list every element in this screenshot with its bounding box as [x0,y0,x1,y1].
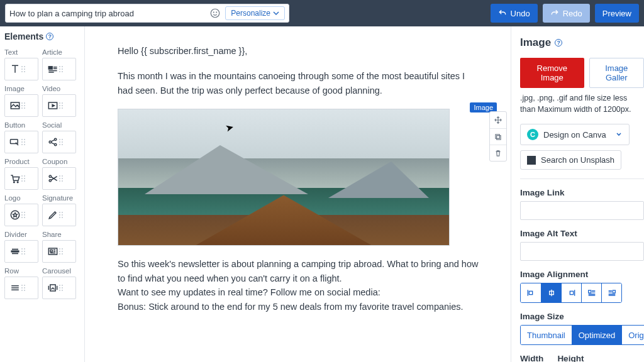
size-original-button[interactable]: Original [621,326,644,344]
image-block[interactable]: Image ➤ [118,109,482,246]
svg-rect-24 [613,290,615,293]
element-social[interactable] [42,131,76,153]
image-gallery-button[interactable]: Image Galler [589,58,644,88]
editor-canvas[interactable]: Hello {{ subscriber.first_name }}, This … [85,26,511,362]
svg-rect-23 [588,290,591,293]
alignment-segment [520,283,622,303]
paragraph-1[interactable]: This month I was in the mountains canoei… [118,69,482,97]
emoji-icon[interactable] [209,7,221,19]
image-toolbar [489,111,507,162]
unsplash-label: Search on Unsplash [541,155,614,165]
video-icon [47,99,59,112]
svg-rect-20 [529,291,532,294]
dimensions-section: Width Height [520,354,644,362]
el-label-divider: Divider [4,231,42,238]
search-unsplash-button[interactable]: Search on Unsplash [520,150,621,170]
align-right-button[interactable] [561,283,581,302]
size-optimized-button[interactable]: Optimized [572,326,622,344]
element-divider[interactable] [4,240,38,263]
remove-image-button[interactable]: Remove Image [520,58,584,88]
el-label-carousel: Carousel [42,267,80,275]
element-row[interactable] [4,277,38,299]
svg-rect-18 [497,136,501,140]
article-icon [47,63,59,75]
top-bar: Personalize Undo Redo Preview [0,0,644,26]
unsplash-icon [527,156,536,165]
email-content: Hello {{ subscriber.first_name }}, This … [118,44,482,314]
help-icon[interactable]: ? [46,33,53,40]
el-label-video: Video [42,85,80,92]
align-left-button[interactable] [521,283,541,302]
paragraph-2a[interactable]: So this week's newsletter is about plann… [118,257,482,285]
element-article[interactable] [42,58,76,80]
app-body: Elements ? Text Image Button Product Log… [0,26,644,362]
carousel-icon [47,282,59,294]
width-label: Width [520,354,543,362]
image-placeholder[interactable]: ➤ [118,109,450,246]
el-label-coupon: Coupon [42,158,80,165]
element-share[interactable] [42,240,76,263]
element-video[interactable] [42,94,76,117]
element-carousel[interactable] [42,277,76,299]
delete-button[interactable] [490,145,506,161]
svg-point-15 [49,180,51,182]
svg-point-6 [17,182,18,183]
cursor-icon: ➤ [224,121,235,135]
image-alt-input[interactable] [520,242,644,261]
panel-title-text: Image [520,36,551,49]
element-logo[interactable] [4,204,38,226]
preview-button[interactable]: Preview [595,4,639,23]
sidebar-title: Elements ? [4,31,80,41]
grip-icon [21,66,23,72]
size-thumbnail-button[interactable]: Thumbnail [521,326,572,344]
align-text-left-button[interactable] [581,283,601,302]
divider-icon [9,245,21,258]
image-link-label: Image Link [520,188,644,197]
undo-button[interactable]: Undo [491,4,538,23]
element-coupon[interactable] [42,167,76,190]
el-label-share: Share [42,231,80,238]
preview-label: Preview [602,9,631,18]
image-size-section: Image Size Thumbnail Optimized Original [520,312,644,345]
element-signature[interactable] [42,204,76,226]
align-text-right-button[interactable] [601,283,621,302]
svg-point-1 [214,12,214,13]
svg-point-0 [211,9,220,18]
pen-icon [47,209,59,221]
svg-point-11 [49,141,51,143]
svg-point-5 [14,182,15,183]
align-center-button[interactable] [541,283,561,302]
alignment-label: Image Alignment [520,270,644,279]
help-icon[interactable]: ? [555,39,562,47]
image-properties-panel: Image ? Remove Image Image Galler .jpg, … [511,26,644,362]
size-segment: Thumbnail Optimized Original [520,325,644,345]
el-label-article: Article [42,48,80,56]
element-product[interactable] [4,167,38,190]
image-link-input[interactable] [520,201,644,220]
el-label-signature: Signature [42,194,80,202]
paragraph-2c[interactable]: Bonus: Stick around to the end for my 5 … [118,300,482,314]
greeting-text[interactable]: Hello {{ subscriber.first_name }}, [118,44,482,58]
move-button[interactable] [490,112,506,128]
subject-input[interactable] [9,9,205,18]
personalize-label: Personalize [231,9,270,18]
panel-title: Image ? [520,36,644,49]
copy-button[interactable] [490,128,506,145]
personalize-button[interactable]: Personalize [225,6,285,20]
el-label-product: Product [4,158,42,165]
redo-label: Redo [563,9,582,18]
svg-point-12 [55,138,57,140]
design-on-canva-button[interactable]: C Design on Canva [520,124,630,145]
element-text[interactable] [4,58,38,80]
canva-label: Design on Canva [543,130,606,140]
image-alt-section: Image Alt Text [520,229,644,261]
scissors-icon [47,172,59,185]
paragraph-2b[interactable]: Want to see my updates in real time? Fol… [118,285,482,299]
image-link-section: Image Link [520,188,644,220]
element-image[interactable] [4,94,38,117]
redo-button[interactable]: Redo [543,4,590,23]
svg-rect-19 [496,134,499,138]
height-label: Height [557,354,584,362]
element-button[interactable] [4,131,38,153]
svg-point-13 [55,144,57,146]
